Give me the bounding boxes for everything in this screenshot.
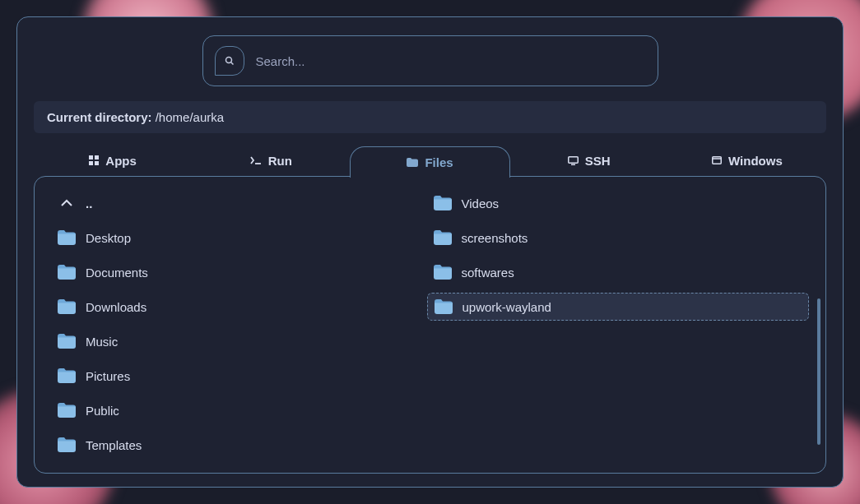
file-name: Downloads — [86, 300, 146, 314]
file-row[interactable]: softwares — [430, 261, 807, 284]
file-name: Templates — [86, 438, 142, 452]
tab-files[interactable]: Files — [350, 146, 509, 178]
file-row-highlighted[interactable]: upwork-wayland — [427, 293, 810, 321]
scrollbar-thumb[interactable] — [817, 298, 820, 445]
parent-directory-label: .. — [86, 197, 92, 210]
file-name: upwork-wayland — [463, 300, 551, 314]
search-box[interactable] — [202, 35, 658, 86]
folder-icon — [58, 334, 76, 349]
search-row — [34, 35, 826, 86]
folder-icon — [435, 299, 453, 314]
file-row[interactable]: Downloads — [54, 295, 430, 318]
window-icon — [712, 156, 722, 164]
files-area: .. Desktop Documents Downloads — [34, 176, 826, 474]
file-row[interactable]: Public — [54, 399, 430, 422]
file-row[interactable]: Templates — [54, 433, 430, 456]
svg-rect-9 — [713, 157, 722, 164]
monitor-icon — [568, 156, 579, 165]
folder-icon — [58, 265, 76, 280]
tab-apps[interactable]: Apps — [34, 145, 192, 176]
svg-rect-5 — [95, 161, 99, 165]
file-name: Documents — [86, 266, 148, 280]
tab-label: Run — [268, 154, 292, 168]
tab-label: Files — [425, 155, 453, 169]
file-name: screenshots — [462, 231, 528, 245]
file-row[interactable]: Music — [54, 330, 430, 353]
tab-label: SSH — [585, 154, 611, 168]
file-name: softwares — [462, 266, 514, 280]
terminal-icon — [250, 156, 262, 164]
file-row[interactable]: Desktop — [54, 226, 430, 249]
tab-ssh[interactable]: SSH — [510, 145, 668, 176]
file-name: Videos — [462, 197, 500, 210]
launcher-panel: Current directory: /home/aurka Apps Run … — [16, 16, 844, 488]
tab-windows[interactable]: Windows — [668, 145, 826, 176]
file-column-left: .. Desktop Documents Downloads — [54, 192, 430, 458]
apps-icon — [89, 155, 99, 165]
svg-rect-4 — [89, 161, 93, 165]
folder-icon — [58, 368, 76, 383]
svg-rect-3 — [95, 155, 99, 160]
file-name: Public — [86, 404, 119, 418]
file-row[interactable]: Documents — [54, 261, 430, 284]
folder-icon — [58, 403, 76, 418]
tab-label: Windows — [728, 154, 783, 168]
chevron-up-icon — [58, 196, 76, 210]
svg-rect-7 — [569, 156, 579, 163]
folder-small-icon — [407, 158, 418, 167]
current-directory-bar: Current directory: /home/aurka — [34, 101, 826, 133]
file-row[interactable]: screenshots — [430, 226, 807, 249]
file-column-right: Videos screenshots softwares upwork-wayl… — [430, 192, 807, 458]
file-name: Music — [86, 335, 118, 349]
file-name: Desktop — [86, 231, 131, 245]
parent-directory-row[interactable]: .. — [54, 192, 430, 215]
current-directory-path: /home/aurka — [156, 110, 224, 124]
file-row[interactable]: Videos — [430, 192, 807, 215]
folder-icon — [58, 230, 76, 245]
folder-icon — [58, 437, 76, 452]
tab-label: Apps — [105, 154, 137, 168]
folder-icon — [434, 230, 452, 245]
folder-icon — [434, 265, 452, 280]
folder-icon — [58, 299, 76, 314]
search-icon-wrap — [215, 46, 244, 76]
folder-icon — [434, 196, 452, 210]
search-input[interactable] — [256, 54, 646, 68]
tabs-row: Apps Run Files SSH Windows — [34, 145, 826, 176]
file-name: Pictures — [86, 369, 130, 383]
svg-point-0 — [225, 58, 231, 63]
tab-run[interactable]: Run — [192, 145, 350, 176]
svg-rect-2 — [89, 155, 93, 160]
svg-line-1 — [230, 62, 233, 65]
current-directory-label: Current directory: — [47, 110, 156, 124]
scrollbar[interactable] — [817, 192, 820, 458]
search-icon — [225, 56, 235, 66]
file-row[interactable]: Pictures — [54, 364, 430, 387]
